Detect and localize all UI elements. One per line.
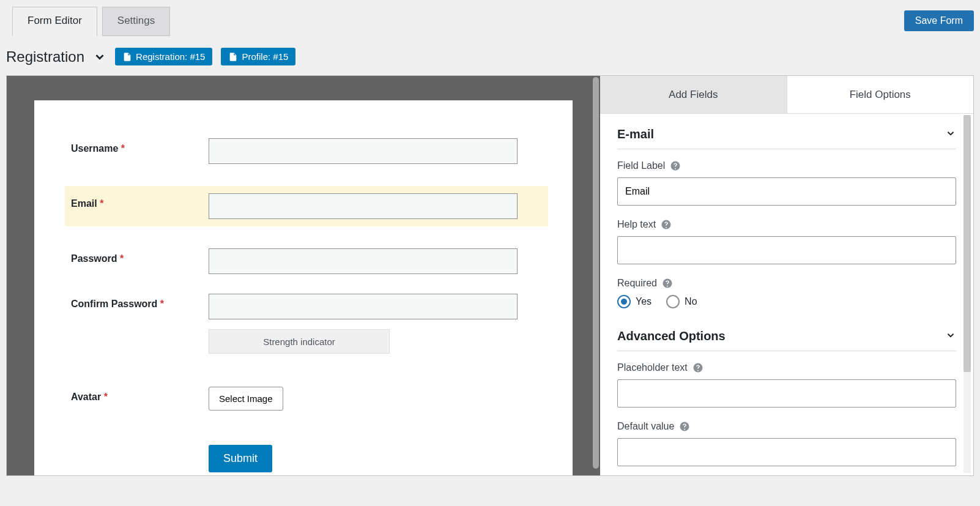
strength-indicator: Strength indicator bbox=[209, 329, 390, 354]
username-label: Username bbox=[71, 143, 118, 154]
field-label-label: Field Label bbox=[617, 160, 665, 171]
field-avatar[interactable]: Avatar * Select Image bbox=[65, 379, 548, 418]
required-yes-radio[interactable]: Yes bbox=[617, 295, 651, 308]
required-star: * bbox=[121, 143, 125, 154]
scrollbar-thumb[interactable] bbox=[963, 115, 971, 372]
required-no-radio[interactable]: No bbox=[666, 295, 697, 308]
help-text-input[interactable] bbox=[617, 236, 956, 264]
chevron-down-icon bbox=[945, 128, 956, 141]
save-form-button[interactable]: Save Form bbox=[904, 10, 974, 31]
tab-add-fields[interactable]: Add Fields bbox=[600, 76, 787, 113]
required-yes-label: Yes bbox=[636, 296, 651, 307]
sidebar-panel: Add Fields Field Options E-mail Field La… bbox=[600, 76, 973, 475]
tab-field-options[interactable]: Field Options bbox=[787, 76, 974, 113]
password-label: Password bbox=[71, 253, 117, 264]
chevron-down-icon[interactable] bbox=[93, 50, 106, 65]
section-advanced-title: Advanced Options bbox=[617, 329, 726, 343]
tab-settings[interactable]: Settings bbox=[102, 7, 170, 36]
help-icon[interactable] bbox=[670, 160, 681, 171]
help-icon[interactable] bbox=[661, 219, 672, 230]
section-email-title: E-mail bbox=[617, 127, 654, 141]
confirm-password-label: Confirm Password bbox=[71, 299, 157, 309]
default-value-input[interactable] bbox=[617, 438, 956, 466]
help-icon[interactable] bbox=[692, 362, 703, 373]
profile-badge-label: Profile: #15 bbox=[242, 51, 288, 62]
confirm-password-input[interactable] bbox=[209, 294, 518, 319]
field-email[interactable]: Email * bbox=[65, 186, 548, 226]
help-text-label: Help text bbox=[617, 219, 656, 230]
placeholder-text-input[interactable] bbox=[617, 379, 956, 407]
email-input[interactable] bbox=[209, 193, 518, 219]
section-email-header[interactable]: E-mail bbox=[617, 120, 956, 149]
form-preview-panel: Username * Email * bbox=[7, 76, 600, 475]
main-tabs: Form Editor Settings bbox=[6, 6, 170, 35]
select-image-button[interactable]: Select Image bbox=[209, 387, 283, 411]
required-star: * bbox=[100, 198, 103, 209]
page-title: Registration bbox=[6, 48, 84, 65]
required-star: * bbox=[160, 299, 164, 309]
document-icon bbox=[122, 52, 132, 62]
registration-badge-button[interactable]: Registration: #15 bbox=[115, 48, 212, 65]
required-star: * bbox=[104, 392, 108, 402]
document-icon bbox=[228, 52, 238, 62]
help-icon[interactable] bbox=[662, 278, 673, 289]
scrollbar-thumb[interactable] bbox=[593, 77, 599, 469]
placeholder-text-label: Placeholder text bbox=[617, 362, 688, 373]
avatar-label: Avatar bbox=[71, 392, 101, 402]
field-username[interactable]: Username * bbox=[65, 131, 548, 171]
default-value-label: Default value bbox=[617, 421, 674, 432]
email-label: Email bbox=[71, 198, 97, 209]
field-password[interactable]: Password * bbox=[65, 241, 548, 281]
username-input[interactable] bbox=[209, 138, 518, 164]
field-label-input[interactable] bbox=[617, 177, 956, 206]
registration-badge-label: Registration: #15 bbox=[136, 51, 205, 62]
scrollbar-track[interactable] bbox=[963, 115, 971, 473]
password-input[interactable] bbox=[209, 248, 518, 274]
field-confirm-password[interactable]: Confirm Password * Strength indicator bbox=[65, 286, 548, 361]
chevron-down-icon bbox=[945, 330, 956, 343]
required-label: Required bbox=[617, 278, 657, 289]
tab-form-editor[interactable]: Form Editor bbox=[12, 7, 97, 36]
required-star: * bbox=[120, 253, 124, 264]
profile-badge-button[interactable]: Profile: #15 bbox=[221, 48, 295, 65]
section-advanced-header[interactable]: Advanced Options bbox=[617, 322, 956, 351]
submit-button[interactable]: Submit bbox=[209, 445, 272, 472]
help-icon[interactable] bbox=[679, 421, 690, 432]
required-no-label: No bbox=[685, 296, 697, 307]
